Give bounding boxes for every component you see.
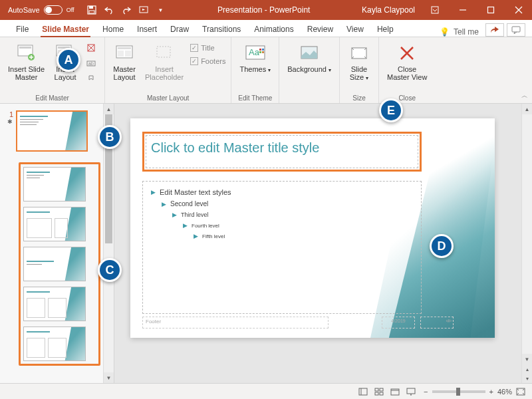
svg-text:Aa: Aa [249,47,260,57]
layout-thumbnail[interactable] [23,207,86,241]
collapse-ribbon-icon[interactable]: ︿ [521,91,528,100]
undo-icon[interactable] [104,5,114,15]
themes-button[interactable]: Aa Themes ▾ [237,40,273,76]
reading-view-button[interactable] [388,386,402,398]
group-close: Close Master View Close [379,37,435,103]
insert-slide-master-button[interactable]: Insert Slide Master [5,40,47,84]
slide-number-placeholder[interactable]: ‹#› [420,317,454,329]
callout-e: E [379,98,403,122]
user-name[interactable]: Kayla Claypool [362,5,415,15]
svg-rect-22 [157,47,170,57]
close-button[interactable] [505,0,532,20]
zoom-in-button[interactable]: + [489,388,493,396]
layout-thumbnail[interactable] [23,287,86,321]
layout-thumbnail[interactable] [23,167,86,201]
fit-to-window-button[interactable] [516,388,525,396]
tab-home[interactable]: Home [96,22,130,37]
autosave-control[interactable]: AutoSave Off [8,5,74,15]
tab-slide-master[interactable]: Slide Master [35,22,96,37]
footers-checkbox[interactable]: ✓Footers [190,57,225,65]
zoom-out-button[interactable]: − [424,388,428,396]
title-checkbox[interactable]: ✓Title [190,44,225,52]
editor-canvas[interactable]: Click to edit Master title style ▶Edit M… [114,104,521,383]
scroll-down-icon[interactable]: ▼ [522,354,532,364]
scroll-down-icon[interactable]: ▼ [104,372,114,383]
master-layout-group-label: Master Layout [110,93,225,102]
tab-file[interactable]: File [9,22,35,37]
scroll-up-icon[interactable]: ▲ [522,104,532,114]
start-from-beginning-icon[interactable] [138,5,149,15]
zoom-slider-handle[interactable] [456,388,460,396]
callout-d: D [430,234,454,258]
background-label: Background ▾ [287,65,331,74]
master-thumbnail[interactable]: 1 ✱ [7,110,100,152]
slide-sorter-button[interactable] [372,386,386,398]
svg-text:ab: ab [88,61,94,66]
tab-help[interactable]: Help [370,22,400,37]
comments-button[interactable] [507,23,525,37]
slideshow-button[interactable] [404,386,418,398]
share-button[interactable] [485,23,504,37]
close-master-view-button[interactable]: Close Master View [384,40,430,84]
svg-rect-21 [125,51,131,57]
maximize-button[interactable] [477,0,504,20]
group-size: Slide Size ▾ Size [340,37,379,103]
master-thumb-box[interactable] [16,110,88,152]
master-layout-button[interactable]: Master Layout [110,40,138,84]
slide-master-canvas[interactable]: Click to edit Master title style ▶Edit M… [130,118,495,338]
svg-rect-31 [359,388,367,395]
slide-size-label: Slide Size ▾ [350,65,368,82]
autosave-toggle-icon[interactable] [44,5,63,15]
status-bar: − + 46% [0,383,532,399]
callout-b: B [98,125,122,149]
date-placeholder[interactable]: 4/2019 [382,317,415,329]
tab-animations[interactable]: Animations [247,22,300,37]
body-level4: ▶Fourth level [183,222,413,229]
ribbon-options-icon[interactable] [422,0,448,20]
preserve-button[interactable] [83,72,99,86]
scrollbar-track[interactable] [104,114,114,372]
prev-slide-icon[interactable]: ▴ [522,364,532,374]
zoom-slider[interactable] [432,390,485,393]
title-placeholder[interactable]: Click to edit Master title style [142,132,422,172]
master-index: 1 [7,110,13,118]
qat-dropdown-icon[interactable]: ▼ [156,5,166,15]
rename-button[interactable]: ab [83,56,99,70]
next-slide-icon[interactable]: ▾ [522,374,532,383]
svg-rect-39 [407,388,415,394]
insert-placeholder-button[interactable]: Insert Placeholder [142,40,186,84]
insert-placeholder-label: Insert Placeholder [145,65,184,81]
title-placeholder-text: Click to edit Master title style [151,140,413,156]
scrollbar-track[interactable] [522,114,532,354]
chevron-down-icon: ▾ [366,75,368,81]
layouts-highlight [19,162,100,366]
background-button[interactable]: Background ▾ [285,40,334,76]
scroll-up-icon[interactable]: ▲ [104,104,114,114]
layout-thumbnail[interactable] [23,327,86,361]
svg-rect-9 [19,47,31,49]
normal-view-button[interactable] [356,386,370,398]
zoom-control: − + 46% [424,388,525,396]
save-icon[interactable] [86,5,97,15]
body-placeholder[interactable]: ▶Edit Master text styles ▶Second level ▶… [142,181,422,314]
tab-draw[interactable]: Draw [164,22,196,37]
minimize-button[interactable] [450,0,476,20]
tell-me-label: Tell me [454,27,479,37]
tab-review[interactable]: Review [301,22,340,37]
ribbon-tabs: File Slide Master Home Insert Draw Trans… [0,20,532,37]
svg-rect-1 [89,6,93,9]
delete-button[interactable] [83,40,99,55]
tab-transitions[interactable]: Transitions [196,22,247,37]
footers-chk-label: Footers [201,57,225,65]
redo-icon[interactable] [121,5,132,15]
layout-thumbnail[interactable] [23,247,86,281]
slide-editor: Click to edit Master title style ▶Edit M… [114,104,532,383]
tab-insert[interactable]: Insert [130,22,164,37]
footer-placeholder[interactable]: Footer [142,317,329,329]
zoom-percentage[interactable]: 46% [497,388,512,396]
slide-size-button[interactable]: Slide Size ▾ [345,40,373,84]
body-level1: ▶Edit Master text styles [151,188,413,196]
tell-me-search[interactable]: 💡 Tell me [440,27,479,37]
editor-scrollbar[interactable]: ▲ ▼ ▴ ▾ [521,104,532,383]
tab-view[interactable]: View [340,22,370,37]
